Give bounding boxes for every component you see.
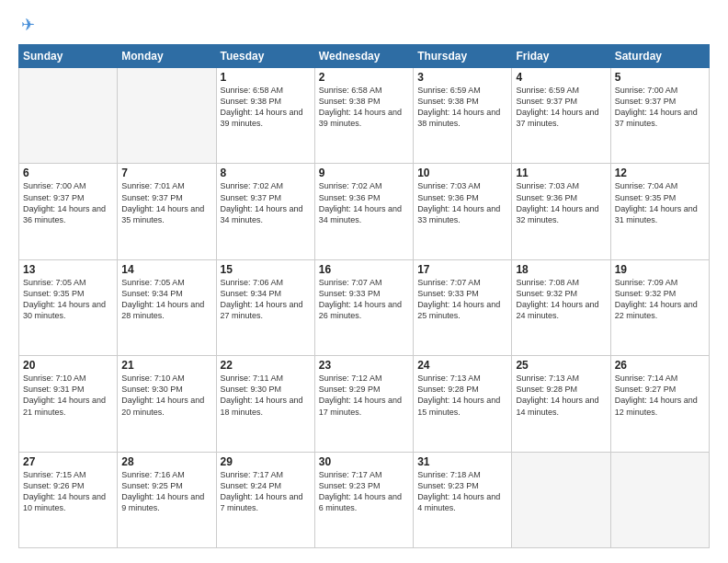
calendar-day-cell: 1Sunrise: 6:58 AMSunset: 9:38 PMDaylight…	[216, 68, 314, 164]
day-number: 8	[221, 167, 311, 179]
calendar-day-cell	[19, 68, 118, 164]
calendar-week-row: 6Sunrise: 7:00 AMSunset: 9:37 PMDaylight…	[19, 164, 710, 259]
calendar-day-cell: 25Sunrise: 7:13 AMSunset: 9:28 PMDayligh…	[512, 356, 610, 452]
sunrise-text: Sunrise: 7:00 AM	[23, 181, 86, 190]
day-number: 9	[319, 167, 409, 179]
calendar-day-cell: 14Sunrise: 7:05 AMSunset: 9:34 PMDayligh…	[118, 259, 216, 355]
calendar-week-row: 20Sunrise: 7:10 AMSunset: 9:31 PMDayligh…	[19, 356, 710, 452]
calendar-day-cell: 27Sunrise: 7:15 AMSunset: 9:26 PMDayligh…	[19, 452, 118, 547]
sunset-text: Sunset: 9:28 PM	[417, 385, 479, 394]
sunset-text: Sunset: 9:32 PM	[615, 289, 677, 298]
daylight-text: Daylight: 14 hours and37 minutes.	[615, 108, 698, 128]
sunset-text: Sunset: 9:33 PM	[417, 289, 479, 298]
sunrise-text: Sunrise: 7:13 AM	[417, 373, 481, 383]
calendar-day-cell: 23Sunrise: 7:12 AMSunset: 9:29 PMDayligh…	[314, 356, 413, 452]
calendar-day-cell: 19Sunrise: 7:09 AMSunset: 9:32 PMDayligh…	[610, 259, 709, 355]
day-number: 22	[221, 359, 311, 372]
day-number: 12	[615, 167, 705, 179]
day-number: 5	[615, 71, 705, 84]
cell-info: Sunrise: 7:09 AMSunset: 9:32 PMDaylight:…	[615, 277, 705, 322]
sunrise-text: Sunrise: 7:17 AM	[221, 470, 284, 479]
daylight-text: Daylight: 14 hours and32 minutes.	[516, 204, 598, 224]
cell-info: Sunrise: 7:16 AMSunset: 9:25 PMDaylight:…	[121, 469, 211, 514]
cell-info: Sunrise: 6:59 AMSunset: 9:38 PMDaylight:…	[417, 85, 507, 130]
sunset-text: Sunset: 9:38 PM	[319, 97, 381, 106]
daylight-text: Daylight: 14 hours and30 minutes.	[23, 300, 106, 320]
daylight-text: Daylight: 14 hours and26 minutes.	[319, 300, 402, 320]
logo-bird-icon: ✈	[21, 15, 35, 35]
sunset-text: Sunset: 9:34 PM	[121, 289, 183, 298]
daylight-text: Daylight: 14 hours and38 minutes.	[417, 108, 500, 128]
day-number: 27	[23, 455, 113, 468]
calendar-day-cell: 13Sunrise: 7:05 AMSunset: 9:35 PMDayligh…	[19, 259, 118, 355]
daylight-text: Daylight: 14 hours and31 minutes.	[615, 204, 698, 224]
day-of-week-header: Monday	[118, 45, 216, 68]
cell-info: Sunrise: 7:08 AMSunset: 9:32 PMDaylight:…	[516, 277, 606, 322]
sunset-text: Sunset: 9:37 PM	[615, 97, 677, 106]
day-number: 13	[23, 263, 113, 276]
daylight-text: Daylight: 14 hours and7 minutes.	[221, 492, 303, 512]
daylight-text: Daylight: 14 hours and18 minutes.	[221, 396, 303, 416]
cell-info: Sunrise: 6:58 AMSunset: 9:38 PMDaylight:…	[319, 85, 409, 130]
cell-info: Sunrise: 7:14 AMSunset: 9:27 PMDaylight:…	[615, 373, 705, 418]
sunset-text: Sunset: 9:31 PM	[23, 385, 85, 394]
cell-info: Sunrise: 7:03 AMSunset: 9:36 PMDaylight:…	[516, 180, 606, 225]
sunrise-text: Sunrise: 7:13 AM	[516, 373, 579, 383]
calendar-day-cell: 5Sunrise: 7:00 AMSunset: 9:37 PMDaylight…	[610, 68, 709, 164]
sunrise-text: Sunrise: 6:59 AM	[417, 86, 481, 95]
daylight-text: Daylight: 14 hours and20 minutes.	[121, 396, 204, 416]
sunset-text: Sunset: 9:36 PM	[516, 193, 577, 202]
day-number: 4	[516, 71, 606, 84]
cell-info: Sunrise: 7:13 AMSunset: 9:28 PMDaylight:…	[417, 373, 507, 418]
day-number: 15	[221, 263, 311, 276]
daylight-text: Daylight: 14 hours and21 minutes.	[23, 396, 106, 416]
sunset-text: Sunset: 9:32 PM	[516, 289, 577, 298]
cell-info: Sunrise: 7:11 AMSunset: 9:30 PMDaylight:…	[221, 373, 311, 418]
day-number: 31	[417, 455, 507, 468]
day-number: 7	[121, 167, 211, 179]
day-number: 21	[121, 359, 211, 372]
calendar-day-cell	[512, 452, 610, 547]
sunrise-text: Sunrise: 6:59 AM	[516, 86, 579, 95]
sunrise-text: Sunrise: 7:10 AM	[121, 373, 185, 383]
daylight-text: Daylight: 14 hours and22 minutes.	[615, 300, 698, 320]
cell-info: Sunrise: 7:10 AMSunset: 9:31 PMDaylight:…	[23, 373, 113, 418]
cell-info: Sunrise: 6:59 AMSunset: 9:37 PMDaylight:…	[516, 85, 606, 130]
calendar-day-cell: 31Sunrise: 7:18 AMSunset: 9:23 PMDayligh…	[414, 452, 512, 547]
calendar-day-cell: 20Sunrise: 7:10 AMSunset: 9:31 PMDayligh…	[19, 356, 118, 452]
day-number: 14	[121, 263, 211, 276]
calendar-day-cell: 3Sunrise: 6:59 AMSunset: 9:38 PMDaylight…	[414, 68, 512, 164]
day-of-week-header: Thursday	[414, 45, 512, 68]
calendar-table: SundayMondayTuesdayWednesdayThursdayFrid…	[18, 44, 710, 548]
sunset-text: Sunset: 9:36 PM	[319, 193, 381, 202]
sunset-text: Sunset: 9:26 PM	[23, 481, 85, 490]
cell-info: Sunrise: 7:01 AMSunset: 9:37 PMDaylight:…	[121, 180, 211, 225]
daylight-text: Daylight: 14 hours and10 minutes.	[23, 492, 106, 512]
cell-info: Sunrise: 7:02 AMSunset: 9:36 PMDaylight:…	[319, 180, 409, 225]
calendar-day-cell: 18Sunrise: 7:08 AMSunset: 9:32 PMDayligh…	[512, 259, 610, 355]
day-number: 11	[516, 167, 606, 179]
day-of-week-header: Tuesday	[216, 45, 314, 68]
sunrise-text: Sunrise: 7:10 AM	[23, 373, 86, 383]
sunrise-text: Sunrise: 7:07 AM	[417, 278, 481, 287]
cell-info: Sunrise: 7:07 AMSunset: 9:33 PMDaylight:…	[319, 277, 409, 322]
cell-info: Sunrise: 7:04 AMSunset: 9:35 PMDaylight:…	[615, 180, 705, 225]
day-number: 24	[417, 359, 507, 372]
calendar-day-cell	[610, 452, 709, 547]
sunrise-text: Sunrise: 6:58 AM	[221, 86, 284, 95]
sunrise-text: Sunrise: 7:17 AM	[319, 470, 382, 479]
daylight-text: Daylight: 14 hours and34 minutes.	[221, 204, 303, 224]
cell-info: Sunrise: 7:10 AMSunset: 9:30 PMDaylight:…	[121, 373, 211, 418]
day-number: 18	[516, 263, 606, 276]
sunrise-text: Sunrise: 7:16 AM	[121, 470, 185, 479]
calendar-day-cell: 29Sunrise: 7:17 AMSunset: 9:24 PMDayligh…	[216, 452, 314, 547]
calendar-day-cell: 9Sunrise: 7:02 AMSunset: 9:36 PMDaylight…	[314, 164, 413, 259]
calendar-day-cell: 15Sunrise: 7:06 AMSunset: 9:34 PMDayligh…	[216, 259, 314, 355]
calendar-day-cell: 17Sunrise: 7:07 AMSunset: 9:33 PMDayligh…	[414, 259, 512, 355]
day-number: 1	[221, 71, 311, 84]
sunset-text: Sunset: 9:37 PM	[121, 193, 183, 202]
daylight-text: Daylight: 14 hours and9 minutes.	[121, 492, 204, 512]
calendar-day-cell: 22Sunrise: 7:11 AMSunset: 9:30 PMDayligh…	[216, 356, 314, 452]
cell-info: Sunrise: 7:13 AMSunset: 9:28 PMDaylight:…	[516, 373, 606, 418]
sunrise-text: Sunrise: 7:05 AM	[121, 278, 185, 287]
